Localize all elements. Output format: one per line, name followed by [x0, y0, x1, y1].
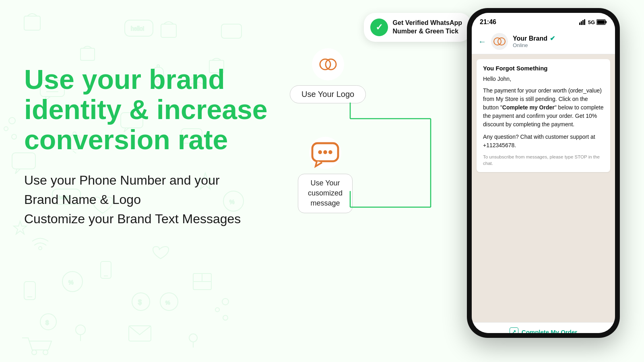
svg-point-45	[223, 315, 228, 320]
svg-point-53	[323, 150, 327, 154]
wa-cta-button[interactable]: ↗ Complete My Order	[510, 327, 577, 333]
phone-frame: 21:46 5G	[467, 8, 620, 338]
callout-line1: Get Verified WhatsApp	[393, 19, 462, 27]
external-link-icon: ↗	[510, 327, 518, 333]
wa-chat-area: You Forgot Something Hello John, The pay…	[472, 54, 615, 322]
sub-text: Use your Phone Number and your Brand Nam…	[24, 171, 274, 228]
wa-body-main: The payment for your order worth (order_…	[483, 86, 604, 129]
svg-point-44	[215, 308, 219, 312]
callout-line2: Number & Green Tick	[393, 27, 462, 36]
svg-rect-10	[221, 24, 242, 38]
battery-icon	[597, 19, 607, 25]
phone-time: 21:46	[480, 19, 496, 26]
verified-callout: ✓ Get Verified WhatsApp Number & Green T…	[364, 13, 471, 42]
svg-text:$: $	[45, 319, 49, 326]
brand-logo-icon	[312, 48, 344, 80]
wa-greeting: Hello John,	[483, 75, 604, 83]
svg-point-33	[40, 314, 56, 330]
floating-message-block: Use Yourcusomizedmessage	[290, 137, 353, 213]
use-logo-label: Use Your Logo	[290, 85, 366, 103]
subtext-line2: Brand Name & Logo	[24, 192, 141, 207]
svg-point-31	[132, 293, 150, 311]
svg-point-20	[39, 247, 42, 250]
phone-signals: 5G	[579, 19, 607, 25]
svg-text:$: $	[138, 299, 142, 306]
svg-rect-62	[581, 21, 582, 25]
wa-message-body: Hello John, The payment for your order w…	[483, 75, 604, 167]
wa-message-title: You Forgot Something	[483, 65, 604, 72]
phone-container: 21:46 5G	[467, 8, 628, 354]
subtext-line3: Customize your Brand Text Messages	[24, 212, 241, 226]
verified-check-icon: ✓	[370, 19, 388, 36]
svg-rect-64	[584, 19, 585, 25]
svg-point-54	[328, 150, 332, 154]
svg-rect-66	[605, 21, 607, 23]
heading-line3: conversion rate	[24, 124, 228, 155]
wa-message-bubble: You Forgot Something Hello John, The pay…	[477, 59, 610, 172]
verified-tick-icon: ✔	[550, 35, 555, 42]
svg-point-41	[32, 350, 37, 355]
phone-status-bar: 21:46 5G	[472, 13, 615, 29]
svg-rect-2	[161, 24, 176, 37]
wa-cta-label: Complete My Order	[522, 329, 577, 333]
left-section: Use your brand identity & increase conve…	[24, 64, 274, 228]
floating-logo-block: Use Your Logo	[290, 48, 366, 128]
wa-header: ← Your Brand ✔ Online	[472, 29, 615, 54]
svg-point-38	[76, 325, 85, 335]
signal-text: 5G	[588, 19, 595, 25]
svg-rect-40	[129, 326, 151, 341]
phone-screen: 21:46 5G	[472, 13, 615, 333]
wa-disclaimer: To unsubscribe from messages, please typ…	[483, 154, 604, 167]
svg-text:%: %	[165, 300, 170, 306]
svg-rect-1	[80, 48, 95, 60]
wa-contact-info: Your Brand ✔ Online	[513, 35, 609, 48]
svg-rect-63	[582, 20, 584, 25]
wa-contact-name: Your Brand ✔	[513, 35, 609, 42]
svg-point-46	[9, 117, 15, 124]
subtext-line1: Use your Phone Number and your	[24, 173, 220, 187]
svg-point-47	[4, 127, 8, 131]
svg-point-52	[318, 150, 322, 154]
svg-rect-27	[24, 282, 35, 300]
svg-rect-61	[579, 23, 580, 25]
svg-point-43	[222, 298, 229, 305]
svg-text:hello!: hello!	[131, 25, 144, 32]
svg-point-42	[43, 350, 48, 355]
wa-cta-area[interactable]: ↗ Complete My Order	[472, 322, 615, 333]
svg-point-25	[160, 293, 178, 311]
use-message-label: Use Yourcusomizedmessage	[298, 174, 353, 213]
svg-rect-29	[101, 261, 111, 278]
wa-body-support: Any question? Chat with customer support…	[483, 133, 604, 150]
main-heading: Use your brand identity & increase conve…	[24, 64, 274, 154]
heading-line1: Use your brand	[24, 64, 225, 95]
signal-icon	[579, 19, 586, 25]
message-icon	[309, 137, 341, 169]
svg-point-23	[62, 272, 83, 292]
back-arrow-icon[interactable]: ←	[478, 37, 486, 46]
svg-rect-35	[193, 274, 211, 290]
heading-line2: identity & increase	[24, 94, 268, 125]
wa-avatar	[491, 33, 508, 50]
svg-rect-67	[597, 21, 605, 24]
svg-point-48	[12, 134, 17, 139]
svg-rect-15	[125, 20, 153, 36]
wa-contact-status: Online	[513, 42, 609, 48]
svg-text:%: %	[68, 279, 73, 286]
svg-rect-0	[24, 16, 40, 30]
svg-point-39	[189, 334, 197, 342]
